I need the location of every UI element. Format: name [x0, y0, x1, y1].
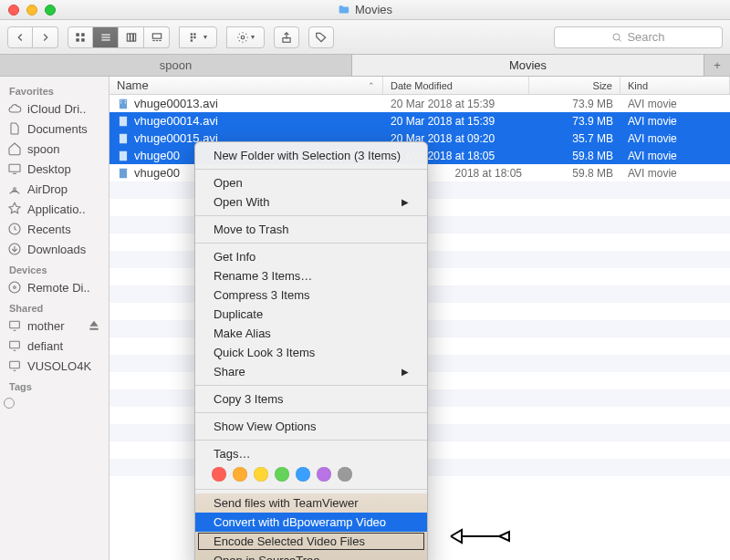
- tag-red[interactable]: [212, 467, 226, 482]
- display-icon: [7, 338, 22, 353]
- label: VUSOLO4K: [27, 359, 91, 373]
- tag-blue[interactable]: [296, 467, 310, 482]
- tag-yellow[interactable]: [254, 467, 268, 482]
- menu-sourcetree[interactable]: Open in SourceTree: [195, 551, 427, 560]
- menu-duplicate[interactable]: Duplicate: [195, 305, 427, 324]
- menu-separator: [195, 243, 427, 244]
- file-row[interactable]: vhuge00013.avi 20 Mar 2018 at 15:39 73.9…: [110, 95, 730, 112]
- svg-point-30: [14, 286, 16, 289]
- col-kind[interactable]: Kind: [620, 77, 730, 94]
- download-icon: [7, 242, 22, 256]
- maximize-button[interactable]: [45, 5, 56, 16]
- airdrop-icon: [7, 181, 22, 196]
- gallery-view-button[interactable]: [144, 26, 170, 48]
- menu-encode-selected[interactable]: Encode Selected Video Files: [197, 532, 425, 551]
- clock-icon: [7, 222, 22, 236]
- label: Applicatio..: [27, 202, 86, 216]
- sidebar-item-downloads[interactable]: Downloads: [0, 239, 109, 259]
- menu-copy[interactable]: Copy 3 Items: [195, 389, 427, 409]
- sort-caret-icon: ⌃: [368, 81, 375, 90]
- svg-rect-23: [9, 164, 20, 171]
- menu-dbpoweramp[interactable]: Convert with dBpoweramp Video: [195, 513, 427, 532]
- label: Name: [117, 78, 149, 92]
- label: Open With: [214, 195, 269, 209]
- col-name[interactable]: Name⌃: [110, 77, 383, 94]
- document-icon: [7, 121, 22, 136]
- forward-button[interactable]: [33, 26, 58, 48]
- svg-rect-8: [130, 33, 132, 40]
- svg-point-29: [9, 282, 20, 293]
- sidebar-item-spoon[interactable]: spoon: [0, 139, 109, 159]
- toolbar: ▾ ▾ Search: [0, 20, 730, 55]
- sidebar-item-applications[interactable]: Applicatio..: [0, 199, 109, 219]
- label: Documents: [27, 122, 88, 136]
- sidebar-item-desktop[interactable]: Desktop: [0, 159, 109, 179]
- movie-file-icon: [117, 150, 130, 162]
- sidebar-head-shared: Shared: [0, 297, 109, 316]
- menu-teamviewer[interactable]: Send files with TeamViewer: [195, 493, 427, 513]
- tag-purple[interactable]: [317, 467, 331, 482]
- search-field[interactable]: Search: [554, 26, 723, 48]
- svg-rect-41: [125, 102, 126, 103]
- date: 20 Mar 2018 at 15:39: [383, 115, 529, 128]
- movie-file-icon: [117, 167, 130, 180]
- minimize-button[interactable]: [26, 5, 37, 16]
- sidebar-head-favorites: Favorites: [0, 80, 109, 99]
- tags-button[interactable]: [308, 26, 334, 48]
- window-title: Movies: [338, 3, 392, 16]
- tab-spoon[interactable]: spoon: [0, 55, 352, 76]
- menu-make-alias[interactable]: Make Alias: [195, 324, 427, 343]
- menu-open-with[interactable]: Open With▶: [195, 192, 427, 212]
- menu-quick-look[interactable]: Quick Look 3 Items: [195, 343, 427, 362]
- kind: AVI movie: [620, 98, 730, 110]
- column-view-button[interactable]: [119, 26, 144, 48]
- sidebar-item-recents[interactable]: Recents: [0, 219, 109, 239]
- icon-view-button[interactable]: [68, 26, 93, 48]
- tag-circle[interactable]: [4, 398, 15, 409]
- list-view-button[interactable]: [93, 26, 119, 48]
- menu-view-options[interactable]: Show View Options: [195, 417, 427, 436]
- back-button[interactable]: [7, 26, 33, 48]
- sidebar-item-vusolo[interactable]: VUSOLO4K: [0, 356, 109, 376]
- eject-icon[interactable]: [87, 318, 101, 333]
- share-button[interactable]: [274, 26, 299, 48]
- tag-orange[interactable]: [233, 467, 247, 482]
- menu-tags[interactable]: Tags…: [195, 444, 427, 463]
- label: Downloads: [27, 243, 86, 256]
- new-tab-button[interactable]: +: [704, 55, 730, 76]
- sidebar-item-icloud[interactable]: iCloud Dri..: [0, 99, 109, 119]
- menu-get-info[interactable]: Get Info: [195, 247, 427, 266]
- sidebar-item-airdrop[interactable]: AirDrop: [0, 179, 109, 199]
- sidebar: Favorites iCloud Dri.. Documents spoon D…: [0, 77, 110, 560]
- menu-open[interactable]: Open: [195, 173, 427, 192]
- col-size[interactable]: Size: [529, 77, 620, 94]
- submenu-arrow-icon: ▶: [402, 367, 409, 377]
- tab-movies[interactable]: Movies: [352, 55, 704, 76]
- sidebar-item-mother[interactable]: mother: [0, 316, 109, 336]
- menu-share[interactable]: Share▶: [195, 362, 427, 381]
- menu-separator: [195, 169, 427, 170]
- close-button[interactable]: [8, 5, 19, 16]
- tag-gray[interactable]: [338, 467, 352, 482]
- sidebar-item-defiant[interactable]: defiant: [0, 336, 109, 356]
- sidebar-head-devices: Devices: [0, 259, 109, 277]
- svg-rect-18: [193, 36, 195, 37]
- menu-tag-colors: [195, 463, 427, 485]
- menu-move-to-trash[interactable]: Move to Trash: [195, 220, 427, 239]
- menu-new-folder-selection[interactable]: New Folder with Selection (3 Items): [195, 146, 427, 165]
- sidebar-item-documents[interactable]: Documents: [0, 119, 109, 139]
- titlebar: Movies: [0, 0, 730, 20]
- col-date[interactable]: Date Modified: [383, 77, 529, 94]
- tag-green[interactable]: [275, 467, 289, 482]
- arrange-group: ▾: [179, 26, 217, 48]
- menu-rename[interactable]: Rename 3 Items…: [195, 266, 427, 285]
- svg-rect-44: [120, 150, 127, 161]
- action-button[interactable]: ▾: [226, 26, 265, 48]
- label: AirDrop: [27, 182, 68, 196]
- svg-rect-43: [120, 133, 127, 143]
- file-row[interactable]: vhuge00014.avi 20 Mar 2018 at 15:39 73.9…: [110, 112, 730, 130]
- arrange-button[interactable]: ▾: [179, 26, 217, 48]
- sidebar-item-remote[interactable]: Remote Di..: [0, 277, 109, 297]
- menu-separator: [195, 440, 427, 441]
- menu-compress[interactable]: Compress 3 Items: [195, 285, 427, 305]
